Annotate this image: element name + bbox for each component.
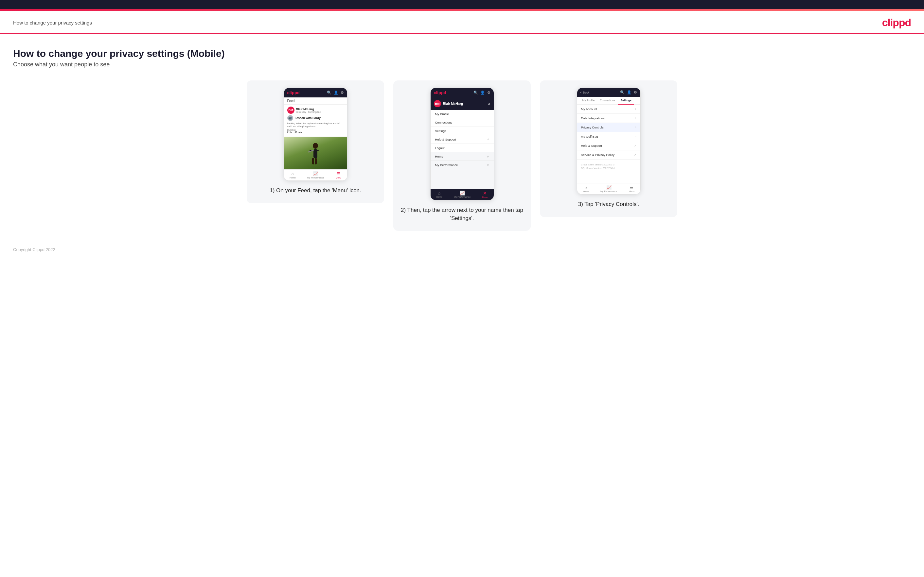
chevron-up-icon[interactable]: ∧	[488, 102, 491, 106]
phone2-user-header: BM Blair McHarg ∧	[431, 97, 494, 110]
footer: Copyright Clippd 2022	[0, 240, 924, 259]
main-content: How to change your privacy settings (Mob…	[0, 34, 924, 240]
performance-label: My Performance	[307, 177, 324, 179]
setting-my-golf-bag[interactable]: My Golf Bag ›	[577, 132, 640, 141]
section-performance[interactable]: My Performance ∨	[431, 161, 494, 169]
step-card-1: clippd 🔍 👤 ⚙ Feed BM Blair McHarg	[247, 81, 384, 203]
page-subtitle: Choose what you want people to see	[13, 61, 911, 68]
ext-icon-2: ↗	[634, 153, 636, 156]
version-line-2: GQL Server Version: 2022.7.30-1	[581, 166, 636, 170]
home-icon-3: ⌂	[584, 185, 587, 190]
lesson-row: 📹 Lesson with Fordy	[287, 115, 344, 121]
phone2-menu-items: My Profile Connections Settings Help & S…	[431, 110, 494, 152]
avatar-2: BM	[434, 100, 441, 107]
performance-icon-3: 📈	[606, 185, 612, 190]
my-account-label: My Account	[581, 107, 597, 111]
step-card-3: < Back 🔍 👤 ⚙ My Profile Connections Sett…	[540, 81, 677, 217]
home-label: Home	[289, 177, 296, 179]
tab-settings[interactable]: Settings	[618, 97, 635, 105]
performance-label-3: My Performance	[600, 190, 617, 193]
golfer-svg	[305, 140, 325, 169]
menu-item-help[interactable]: Help & Support ↗	[431, 135, 494, 144]
external-link-icon: ↗	[487, 138, 489, 141]
user-icon: 👤	[334, 90, 338, 95]
chevron-down-icon: ∨	[487, 155, 489, 158]
my-golf-bag-label: My Golf Bag	[581, 135, 598, 138]
menu-label-3: Menu	[628, 190, 635, 193]
nav-performance-2[interactable]: 📈 My Performance	[454, 190, 470, 198]
phone-mockup-3: < Back 🔍 👤 ⚙ My Profile Connections Sett…	[577, 88, 641, 195]
menu-item-logout[interactable]: Logout	[431, 144, 494, 152]
search-icon: 🔍	[327, 90, 331, 95]
step1-description: 1) On your Feed, tap the 'Menu' icon.	[270, 187, 361, 195]
phone1-logo: clippd	[287, 90, 300, 95]
close-icon: ✕	[483, 190, 487, 196]
settings-icon-3: ⚙	[634, 90, 637, 95]
nav-home-2[interactable]: ⌂ Home	[436, 190, 443, 198]
step3-description: 3) Tap 'Privacy Controls'.	[578, 200, 639, 209]
nav-performance[interactable]: 📈 My Performance	[307, 171, 324, 179]
header-title: How to change your privacy settings	[13, 20, 92, 26]
user-row: BM Blair McHarg Yesterday · Sunningdale	[287, 106, 344, 114]
phone2-bottom-bar: ⌂ Home 📈 My Performance ✕ Menu	[431, 189, 494, 200]
setting-privacy-controls[interactable]: Privacy Controls ›	[577, 123, 640, 132]
phone2-user-info: BM Blair McHarg	[434, 100, 463, 107]
menu-item-settings[interactable]: Settings	[431, 127, 494, 135]
arrow-icon-4: ›	[635, 135, 636, 138]
phone3-bottom-nav: ⌂ Home 📈 My Performance ☰ Menu	[577, 183, 640, 194]
nav-performance-3[interactable]: 📈 My Performance	[600, 185, 617, 193]
svg-rect-4	[312, 158, 314, 164]
chevron-down-icon-2: ∨	[487, 163, 489, 167]
phone1-icons: 🔍 👤 ⚙	[327, 90, 344, 95]
setting-help-support[interactable]: Help & Support ↗	[577, 141, 640, 150]
step2-description: 2) Then, tap the arrow next to your name…	[401, 206, 523, 222]
data-integrations-label: Data Integrations	[581, 116, 605, 120]
arrow-icon-2: ›	[635, 116, 636, 120]
nav-home[interactable]: ⌂ Home	[289, 171, 296, 179]
username: Blair McHarg	[296, 108, 321, 111]
section-home[interactable]: Home ∨	[431, 152, 494, 161]
phone2-section-items: Home ∨ My Performance ∨	[431, 152, 494, 169]
setting-my-account[interactable]: My Account ›	[577, 105, 640, 114]
duration: Duration01 hr : 30 min	[287, 129, 344, 134]
menu-item-profile[interactable]: My Profile	[431, 110, 494, 118]
feed-label: Feed	[284, 97, 347, 105]
avatar: BM	[287, 106, 294, 114]
phone2-logo: clippd	[434, 90, 446, 95]
nav-home-3[interactable]: ⌂ Home	[583, 185, 589, 193]
service-privacy-label: Service & Privacy Policy	[581, 153, 614, 156]
settings-icon: ⚙	[341, 90, 344, 95]
header: How to change your privacy settings clip…	[0, 11, 924, 34]
performance-section-label: My Performance	[435, 163, 458, 167]
version-line-1: Clippd Client Version: 2022.8.3-3	[581, 163, 636, 166]
phone1-bottom-nav: ⌂ Home 📈 My Performance ☰ Menu	[284, 169, 347, 181]
svg-rect-3	[315, 158, 317, 164]
nav-close[interactable]: ✕ Menu	[482, 190, 488, 198]
tab-connections[interactable]: Connections	[597, 97, 618, 104]
search-icon-3: 🔍	[620, 90, 625, 95]
ext-icon-1: ↗	[634, 144, 636, 147]
copyright: Copyright Clippd 2022	[13, 247, 55, 252]
step-card-2: clippd 🔍 👤 ⚙ BM Blair McHarg ∧	[393, 81, 531, 231]
phone3-icons: 🔍 👤 ⚙	[620, 90, 637, 95]
nav-menu-3[interactable]: ☰ Menu	[628, 185, 635, 193]
steps-row: clippd 🔍 👤 ⚙ Feed BM Blair McHarg	[13, 81, 911, 231]
search-icon-2: 🔍	[473, 90, 478, 95]
lesson-description: Looking to feel like my hands are exitin…	[287, 122, 344, 128]
settings-spacer	[577, 173, 640, 183]
nav-menu[interactable]: ☰ Menu	[335, 171, 341, 179]
setting-data-integrations[interactable]: Data Integrations ›	[577, 114, 640, 123]
phone-mockup-2: clippd 🔍 👤 ⚙ BM Blair McHarg ∧	[430, 88, 494, 200]
performance-icon-2: 📈	[460, 190, 465, 195]
privacy-controls-label: Privacy Controls	[581, 126, 604, 129]
menu-label: Menu	[335, 177, 341, 179]
phone3-settings-list: My Account › Data Integrations › Privacy…	[577, 105, 640, 160]
setting-service-privacy[interactable]: Service & Privacy Policy ↗	[577, 150, 640, 160]
lesson-title: Lesson with Fordy	[295, 116, 321, 120]
tab-my-profile[interactable]: My Profile	[580, 97, 598, 104]
menu-item-connections[interactable]: Connections	[431, 118, 494, 127]
page-title: How to change your privacy settings (Mob…	[13, 48, 911, 59]
menu-username: Blair McHarg	[443, 102, 463, 106]
back-button[interactable]: < Back	[580, 91, 590, 94]
logo: clippd	[882, 17, 911, 29]
